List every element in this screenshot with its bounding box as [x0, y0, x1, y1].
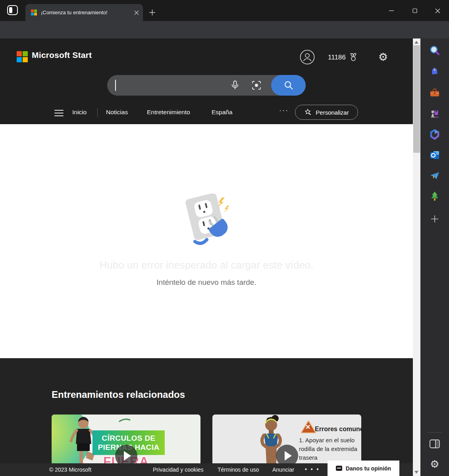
sidebar-outlook-icon[interactable] — [428, 148, 441, 162]
menu-hamburger-icon[interactable] — [54, 110, 64, 116]
related-section: Entrenamientos relacionados — [0, 358, 413, 476]
sidebar-divider — [428, 432, 442, 433]
card2-warning-x: ✕ — [305, 423, 310, 431]
msn-header: Microsoft Start 11186 ⚙ — [0, 38, 413, 124]
unplugged-illustration — [181, 194, 236, 245]
rewards-medal-icon — [349, 53, 358, 62]
new-tab-button[interactable] — [147, 7, 157, 17]
search-input[interactable] — [115, 78, 230, 92]
sidebar-tools-icon[interactable] — [428, 86, 441, 100]
browser-window: ¡Comienza tu entrenamiento! — [0, 0, 449, 476]
scroll-up-icon[interactable] — [414, 41, 418, 44]
maximize-button[interactable] — [409, 6, 421, 16]
feedback-label: Danos tu opinión — [346, 465, 391, 472]
rewards-counter[interactable]: 11186 — [328, 53, 358, 62]
nav-separator — [97, 108, 98, 117]
microsoft-logo — [17, 51, 28, 62]
scrollbar-thumb[interactable] — [413, 45, 420, 153]
card2-step-line3: trasera — [299, 454, 318, 461]
browser-tab[interactable]: ¡Comienza tu entrenamiento! — [25, 4, 143, 21]
sidebar-panel-icon[interactable] — [428, 437, 441, 451]
error-subtitle: Inténtelo de nuevo más tarde. — [0, 278, 413, 287]
personalize-label: Personalizar — [316, 109, 349, 116]
copyright-text: © 2023 Microsoft — [49, 466, 91, 473]
page-scrollbar[interactable] — [413, 38, 420, 476]
tab-title: ¡Comienza tu entrenamiento! — [41, 10, 134, 15]
close-button[interactable] — [432, 6, 443, 16]
page-footer: © 2023 Microsoft Privacidad y cookies Té… — [0, 463, 413, 476]
sidebar-add-icon[interactable] — [428, 212, 441, 226]
error-title: Hubo un error inesperado al cargar este … — [0, 259, 413, 271]
text-caret — [115, 80, 116, 91]
footer-link-anunciar[interactable]: Anunciar — [272, 466, 294, 473]
sidebar-tree-icon[interactable] — [428, 190, 441, 203]
voice-search-icon[interactable] — [229, 79, 241, 92]
minimize-button[interactable] — [385, 6, 397, 16]
personalize-button[interactable]: Personalizar — [295, 105, 358, 120]
sidebar-search-icon[interactable] — [428, 44, 441, 58]
feedback-speech-icon — [336, 466, 342, 471]
footer-link-privacidad[interactable]: Privacidad y cookies — [153, 466, 204, 473]
msn-page: Microsoft Start 11186 ⚙ — [0, 38, 413, 476]
card2-step-line2: rodilla de la extremida — [299, 445, 357, 452]
video-error-area: Hubo un error inesperado al cargar este … — [0, 124, 413, 358]
search-button[interactable] — [271, 75, 306, 96]
title-bar: ¡Comienza tu entrenamiento! — [0, 0, 449, 21]
account-avatar[interactable] — [300, 50, 315, 65]
sidebar-games-icon[interactable] — [428, 107, 441, 120]
nav-item-inicio[interactable]: Inicio — [72, 109, 87, 116]
sidebar-drop-icon[interactable] — [428, 169, 441, 182]
nav-more-icon[interactable]: ··· — [279, 106, 289, 115]
nav-item-espana[interactable]: España — [212, 109, 233, 116]
visual-search-icon[interactable] — [250, 79, 263, 92]
msn-nav: Inicio Noticias Entretenimiento España ·… — [0, 105, 413, 121]
tab-close-icon[interactable] — [134, 10, 139, 15]
nav-item-noticias[interactable]: Noticias — [106, 109, 128, 116]
scroll-down-icon[interactable] — [414, 471, 418, 474]
card1-title-line1: CÍRCULOS DE — [95, 434, 162, 443]
tab-actions-icon[interactable] — [7, 5, 18, 15]
footer-more-icon[interactable]: • • • — [305, 466, 320, 472]
sidebar-settings-gear-icon[interactable]: ⚙ — [428, 457, 441, 471]
browser-toolbar: https://www.msn.com/es-es/salud/fitnessw… — [0, 21, 449, 38]
sidebar-shopping-icon[interactable] — [428, 65, 441, 79]
edge-sidebar: ⚙ — [420, 38, 449, 476]
search-box[interactable] — [107, 75, 306, 96]
card2-warning-title: Errores comune — [315, 426, 361, 433]
page-settings-gear-icon[interactable]: ⚙ — [377, 50, 389, 63]
card2-step-line1: 1. Apoyar en el suelo — [299, 437, 355, 443]
sidebar-microsoft365-icon[interactable] — [428, 128, 441, 141]
related-heading: Entrenamientos relacionados — [52, 389, 185, 400]
brand-title: Microsoft Start — [32, 50, 92, 60]
feedback-button[interactable]: Danos tu opinión — [328, 461, 399, 476]
msn-favicon — [31, 10, 37, 15]
rewards-points: 11186 — [328, 54, 346, 61]
nav-item-entretenimiento[interactable]: Entretenimiento — [147, 109, 190, 116]
footer-link-terminos[interactable]: Términos de uso — [218, 466, 259, 473]
